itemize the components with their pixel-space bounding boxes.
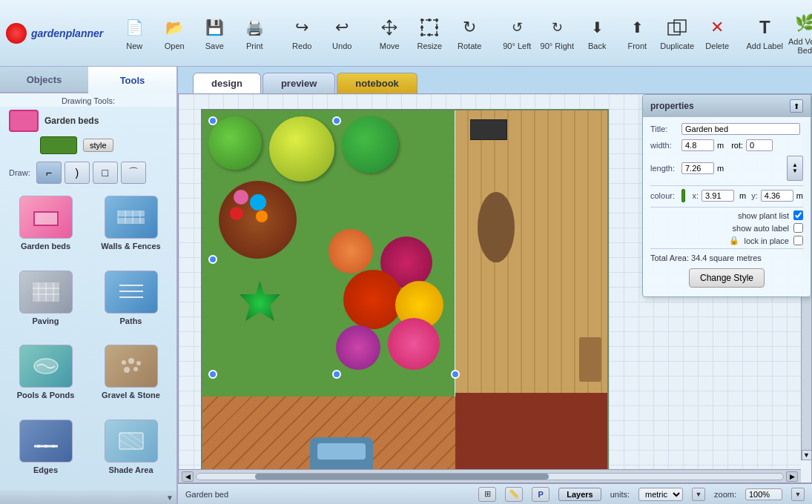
svg-point-3 [420,33,423,36]
show-plant-list-checkbox[interactable] [793,210,803,220]
rotate-button[interactable]: ↻ Rotate [450,8,489,59]
toolbar-extras-group: T Add Label 🌿 Add Veg. Bed ☁ Shadows Max… [745,8,812,59]
add-veg-bed-button[interactable]: 🌿 Add Veg. Bed [785,8,812,59]
horizontal-scrollbar[interactable]: ◀ ▶ [179,469,801,483]
90left-button[interactable]: ↺ 90° Left [498,8,536,59]
sidebar-item-gravel-stone[interactable]: Gravel & Stone [91,342,171,411]
drawing-tools-label: Drawing Tools: [0,93,176,107]
paving-icon [19,271,73,314]
tab-objects[interactable]: Objects [0,67,88,93]
title-input[interactable] [681,123,800,135]
properties-expand-button[interactable]: ⬆ [790,99,803,113]
draw-tool-curve[interactable]: ) [65,162,90,184]
duplicate-button[interactable]: Duplicate [658,8,696,59]
90right-icon: ↻ [545,16,569,39]
handle-bottom-mid[interactable] [332,370,341,379]
show-auto-label-checkbox[interactable] [793,223,803,233]
resize-button[interactable]: Resize [410,8,449,59]
open-button[interactable]: 📂 Open [155,8,194,59]
handle-middle-left[interactable] [208,255,217,264]
shade-area-icon [105,420,158,462]
deck-furniture-1 [470,119,507,140]
scroll-right-arrow[interactable]: ▶ [786,471,798,482]
x-label: x: [693,191,699,200]
handle-bottom-right[interactable] [451,370,460,379]
tree-3 [342,116,398,173]
undo-button[interactable]: ↩ Undo [323,8,361,59]
handle-bottom-left[interactable] [208,370,217,379]
colour-swatch[interactable] [681,189,685,202]
resize-icon [417,16,441,39]
scroll-thumb-horiz[interactable] [255,474,549,480]
x-input[interactable] [702,190,734,202]
sidebar-item-edges[interactable]: Edges [6,417,85,485]
front-button[interactable]: ⬆ Front [618,8,656,59]
delete-button[interactable]: ✕ Delete [698,8,736,59]
sidebar-item-shade-area[interactable]: Shade Area [91,417,171,485]
change-style-button[interactable]: Change Style [689,268,765,288]
scroll-down-arrow[interactable]: ▼ [802,450,812,460]
svg-point-6 [428,33,431,36]
svg-rect-19 [118,218,145,224]
redo-button[interactable]: ↪ Redo [283,8,321,59]
svg-point-34 [122,360,126,365]
rot-input[interactable] [746,139,773,151]
save-button[interactable]: 💾 Save [195,8,234,59]
show-plant-list-label: show plant list [738,211,789,220]
lock-in-place-checkbox[interactable] [793,236,803,245]
sidebar-item-walls-fences[interactable]: Walls & Fences [91,193,171,262]
style-color-swatch [40,136,77,154]
width-input[interactable] [681,139,714,151]
main-layout: Objects Tools Drawing Tools: Garden beds… [0,67,812,504]
handle-top-left[interactable] [208,116,217,125]
open-icon: 📂 [162,16,186,39]
redo-icon: ↪ [290,16,314,39]
pointer-icon[interactable]: P [532,487,549,502]
scroll-left-arrow[interactable]: ◀ [182,471,194,482]
zoom-stepper[interactable]: ▼ [791,488,805,501]
units-stepper[interactable]: ▼ [692,488,705,501]
sidebar-item-paving[interactable]: Paving [6,268,85,336]
new-icon: 📄 [122,16,146,39]
ruler-icon[interactable]: 📏 [505,487,523,502]
layers-button[interactable]: Layers [558,488,601,501]
canvas-wrapper[interactable]: ▲ ▼ ◀ ▶ properties ⬆ [178,93,812,483]
y-input[interactable] [761,190,793,202]
pools-ponds-tool-label: Pools & Ponds [17,391,75,399]
colour-label: colour: [650,191,679,200]
new-button[interactable]: 📄 New [115,8,154,59]
zoom-input[interactable] [745,488,782,500]
length-stepper[interactable]: ▲ ▼ [787,156,803,181]
edges-tool-label: Edges [33,465,58,474]
undo-icon: ↩ [330,16,354,39]
handle-top[interactable] [332,116,341,125]
move-icon [377,16,401,39]
print-button[interactable]: 🖨️ Print [235,8,274,59]
tab-preview[interactable]: preview [263,73,335,93]
deck-furniture-2 [579,337,601,382]
panel-scrollbar[interactable]: ▼ [0,491,176,504]
sidebar-item-pools-ponds[interactable]: Pools & Ponds [6,342,85,411]
toolbar-file-group: 📄 New 📂 Open 💾 Save 🖨️ Print [115,8,274,59]
save-icon: 💾 [202,16,226,39]
back-button[interactable]: ⬇ Back [578,8,616,59]
length-input[interactable] [681,162,714,174]
draw-tool-freeform[interactable]: ⌒ [121,162,146,184]
tab-design[interactable]: design [193,73,261,93]
sidebar-item-garden-beds[interactable]: Garden beds [6,193,85,262]
canvas-area: design preview notebook [178,67,812,504]
90right-button[interactable]: ↻ 90° Right [538,8,576,59]
units-select[interactable]: metric [638,488,683,501]
tab-tools[interactable]: Tools [88,67,176,93]
draw-tool-corner[interactable]: ⌐ [36,162,62,184]
grid-icon[interactable]: ⊞ [478,487,496,502]
tab-notebook[interactable]: notebook [337,73,417,93]
add-label-button[interactable]: T Add Label [745,8,784,59]
move-button[interactable]: Move [370,8,409,59]
draw-tool-rect[interactable]: □ [93,162,118,184]
props-title-row: Title: [650,123,803,135]
lock-icon: 🔒 [729,236,739,245]
zoom-label: zoom: [714,490,736,499]
style-button[interactable]: style [83,139,113,152]
sidebar-item-paths[interactable]: Paths [91,268,171,336]
